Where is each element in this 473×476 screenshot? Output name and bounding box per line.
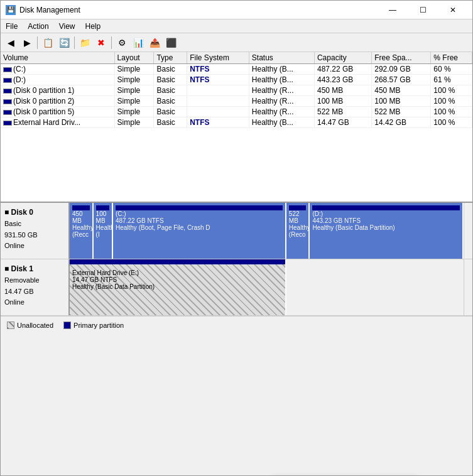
disk1-size: 14.47 GB: [4, 286, 65, 298]
cell-capacity: 450 MB: [314, 85, 371, 96]
settings-button[interactable]: ⚙: [114, 35, 129, 50]
maximize-button[interactable]: ☐: [408, 1, 437, 19]
col-header-capacity[interactable]: Capacity: [314, 52, 371, 64]
delete-button[interactable]: ✖: [94, 35, 109, 50]
cell-free: 522 MB: [372, 107, 431, 117]
table-row[interactable]: (Disk 0 partition 5) Simple Basic Health…: [1, 107, 472, 117]
cell-pct: 61 %: [431, 75, 472, 85]
cell-layout: Simple: [114, 107, 154, 117]
cell-pct: 100 %: [431, 96, 472, 107]
back-button[interactable]: ◀: [3, 35, 18, 50]
p3-header: [116, 205, 283, 210]
cell-type: Basic: [154, 96, 187, 107]
disk1-partitions: External Hard Drive (E:) 14.47 GB NTFS H…: [70, 259, 464, 315]
col-header-fs[interactable]: File System: [187, 52, 249, 64]
cell-fs: [187, 96, 249, 107]
close-button[interactable]: ✕: [438, 1, 467, 19]
menu-bar: File Action View Help: [1, 19, 472, 33]
legend-unallocated-label: Unallocated: [17, 322, 53, 329]
scrollbar-right-d0[interactable]: [464, 203, 472, 259]
col-header-type[interactable]: Type: [154, 52, 187, 64]
cell-volume: (Disk 0 partition 1): [1, 85, 114, 96]
legend-primary-label: Primary partition: [73, 322, 124, 329]
p4-header: [289, 205, 307, 210]
menu-action[interactable]: Action: [23, 19, 53, 33]
cell-layout: Simple: [114, 117, 154, 128]
menu-file[interactable]: File: [1, 19, 23, 33]
cell-fs: NTFS: [187, 117, 249, 128]
col-header-status[interactable]: Status: [249, 52, 314, 64]
disk0-type: Basic: [4, 219, 65, 230]
cell-pct: 100 %: [431, 107, 472, 117]
disk-view-section[interactable]: ■ Disk 0 Basic 931.50 GB Online 450 MBHe…: [1, 203, 472, 475]
disk0-p4[interactable]: 522 MBHealthy (Reco: [286, 203, 310, 259]
p2-header: [96, 205, 109, 210]
export-button[interactable]: 📤: [147, 35, 162, 50]
cell-layout: Simple: [114, 64, 154, 75]
table-row[interactable]: (Disk 0 partition 2) Simple Basic Health…: [1, 96, 472, 107]
disk1-row: ■ Disk 1 Removable 14.47 GB Online Exter…: [1, 259, 472, 316]
cell-layout: Simple: [114, 96, 154, 107]
disk0-label: ■ Disk 0 Basic 931.50 GB Online: [1, 203, 70, 259]
cell-capacity: 100 MB: [314, 96, 371, 107]
col-header-layout[interactable]: Layout: [114, 52, 154, 64]
legend-bar: Unallocated Primary partition: [1, 316, 472, 333]
cell-free: 14.42 GB: [372, 117, 431, 128]
disk0-name: ■ Disk 0: [4, 207, 65, 219]
legend-unallocated-box: [7, 322, 14, 329]
p5-content: (D:)443.23 GB NTFSHealthy (Basic Data Pa…: [312, 210, 460, 231]
disk0-p5[interactable]: (D:)443.23 GB NTFSHealthy (Basic Data Pa…: [310, 203, 464, 259]
cell-status: Healthy (B...: [249, 75, 314, 85]
scrollbar-right-d1[interactable]: [464, 259, 472, 315]
toolbar-separator-3: [111, 36, 112, 49]
cell-fs: [187, 85, 249, 96]
table-row[interactable]: (Disk 0 partition 1) Simple Basic Health…: [1, 85, 472, 96]
main-content: Volume Layout Type File System Status Ca…: [1, 52, 472, 475]
window-controls: — ☐ ✕: [378, 1, 467, 19]
cell-free: 450 MB: [372, 85, 431, 96]
disk0-p1[interactable]: 450 MBHealthy (Recc: [70, 203, 94, 259]
properties-button[interactable]: 📋: [40, 35, 55, 50]
toolbar-separator-2: [74, 36, 75, 49]
refresh-button[interactable]: 🔄: [57, 35, 72, 50]
menu-view[interactable]: View: [54, 19, 80, 33]
legend-unallocated: Unallocated: [7, 322, 53, 329]
table-row[interactable]: (C:) Simple Basic NTFS Healthy (B... 487…: [1, 64, 472, 75]
chart-button[interactable]: 📊: [131, 35, 146, 50]
col-header-free[interactable]: Free Spa...: [372, 52, 431, 64]
disk0-status: Online: [4, 241, 65, 252]
disk0-p3[interactable]: (C:)487.22 GB NTFSHealthy (Boot, Page Fi…: [113, 203, 286, 259]
title-bar: 💾 Disk Management — ☐ ✕: [1, 1, 472, 19]
minimize-button[interactable]: —: [378, 1, 407, 19]
cell-status: Healthy (R...: [249, 96, 314, 107]
cell-volume: (D:): [1, 75, 114, 85]
toolbar-separator-1: [37, 36, 38, 49]
menu-help[interactable]: Help: [80, 19, 106, 33]
p2-content: 100 MBHealthy (I: [96, 210, 109, 238]
cell-status: Healthy (R...: [249, 85, 314, 96]
cell-free: 100 MB: [372, 96, 431, 107]
volume-table-section[interactable]: Volume Layout Type File System Status Ca…: [1, 52, 472, 203]
cell-volume: (Disk 0 partition 2): [1, 96, 114, 107]
cell-type: Basic: [154, 75, 187, 85]
table-row[interactable]: (D:) Simple Basic NTFS Healthy (B... 443…: [1, 75, 472, 85]
open-button[interactable]: 📁: [77, 35, 92, 50]
disk0-partitions: 450 MBHealthy (Recc 100 MBHealthy (I (C:…: [70, 203, 464, 259]
p4-content: 522 MBHealthy (Reco: [289, 210, 307, 238]
disk-button[interactable]: ⬛: [163, 35, 178, 50]
p1-content: 450 MBHealthy (Recc: [72, 210, 90, 238]
disk1-status: Online: [4, 297, 65, 308]
cell-pct: 100 %: [431, 117, 472, 128]
cell-capacity: 487.22 GB: [314, 64, 371, 75]
col-header-volume[interactable]: Volume: [1, 52, 114, 64]
disk0-p2[interactable]: 100 MBHealthy (I: [94, 203, 113, 259]
disk1-p1-content: External Hard Drive (E:) 14.47 GB NTFS H…: [72, 269, 283, 290]
forward-button[interactable]: ▶: [19, 35, 35, 50]
window-title: Disk Management: [19, 6, 80, 14]
col-header-pct[interactable]: % Free: [431, 52, 472, 64]
table-row[interactable]: External Hard Driv... Simple Basic NTFS …: [1, 117, 472, 128]
legend-primary: Primary partition: [63, 322, 124, 329]
disk1-p1[interactable]: External Hard Drive (E:) 14.47 GB NTFS H…: [70, 259, 286, 315]
disk-view-wrapper: ■ Disk 0 Basic 931.50 GB Online 450 MBHe…: [1, 203, 472, 333]
toolbar: ◀ ▶ 📋 🔄 📁 ✖ ⚙ 📊 📤 ⬛: [1, 33, 472, 52]
